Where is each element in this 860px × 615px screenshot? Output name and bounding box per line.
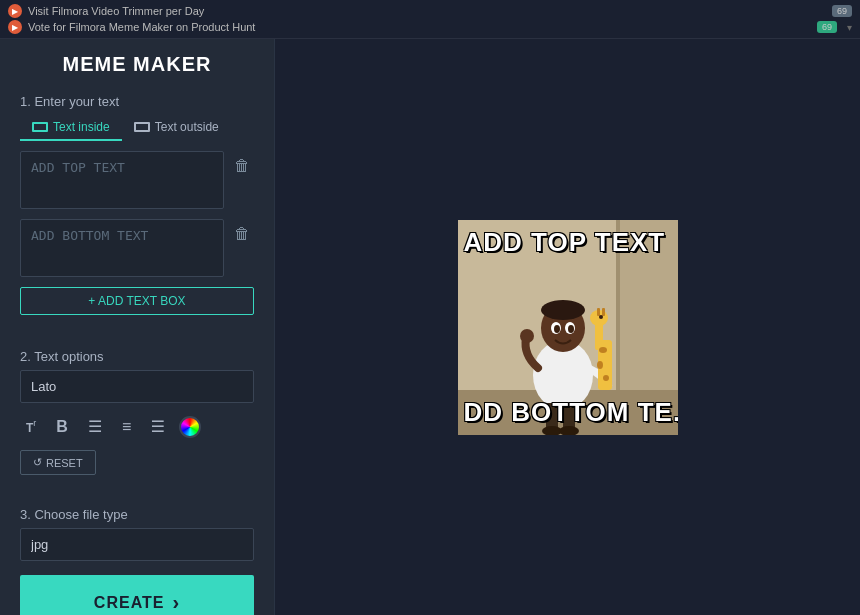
- tabs-row: Text inside Text outside: [0, 115, 274, 141]
- svg-point-9: [554, 325, 560, 333]
- align-left-button[interactable]: ☰: [82, 413, 108, 440]
- delete-top-text-button[interactable]: 🗑: [230, 153, 254, 179]
- svg-rect-19: [602, 308, 605, 316]
- notification-bar: ▶ Visit Filmora Video Trimmer per Day 69…: [0, 0, 860, 39]
- top-text-row: 🗑: [20, 151, 254, 209]
- file-type-section: jpg png gif: [0, 528, 274, 575]
- svg-point-20: [599, 315, 603, 319]
- notif-text-1: Visit Filmora Video Trimmer per Day: [28, 5, 826, 17]
- bottom-text-row: 🗑: [20, 219, 254, 277]
- notif-badge-1: 69: [832, 5, 852, 17]
- text-input-group: 🗑 🗑: [0, 151, 274, 277]
- text-outside-icon: [134, 122, 150, 132]
- meme-top-text: ADD TOP TEXT: [458, 228, 678, 257]
- font-select[interactable]: Lato Arial Impact Comic Sans MS Times Ne…: [20, 370, 254, 403]
- svg-point-15: [599, 347, 607, 353]
- formatting-row: Tr B ☰ ≡ ☰: [20, 413, 254, 440]
- text-options-section: Lato Arial Impact Comic Sans MS Times Ne…: [0, 370, 274, 489]
- meme-bottom-text: DD BOTTOM TE...: [458, 398, 678, 427]
- delete-bottom-text-button[interactable]: 🗑: [230, 221, 254, 247]
- reset-icon: ↺: [33, 456, 42, 469]
- notif-text-2: Vote for Filmora Meme Maker on Product H…: [28, 21, 811, 33]
- step3-label: 3. Choose file type: [0, 499, 274, 528]
- svg-point-10: [568, 325, 574, 333]
- add-textbox-button[interactable]: + ADD TEXT BOX: [20, 287, 254, 315]
- notification-item-2[interactable]: ▶ Vote for Filmora Meme Maker on Product…: [8, 20, 852, 34]
- left-panel: MEME MAKER 1. Enter your text Text insid…: [0, 39, 275, 615]
- svg-point-16: [597, 361, 603, 369]
- bold-button[interactable]: B: [50, 414, 74, 440]
- meme-preview: ADD TOP TEXT DD BOTTOM TE...: [458, 220, 678, 435]
- step2-label: 2. Text options: [0, 341, 274, 370]
- app-title: MEME MAKER: [0, 39, 274, 86]
- file-type-select[interactable]: jpg png gif: [20, 528, 254, 561]
- step1-label: 1. Enter your text: [0, 86, 274, 115]
- color-picker[interactable]: [179, 416, 201, 438]
- font-size-button[interactable]: Tr: [20, 414, 42, 439]
- svg-point-6: [541, 300, 585, 320]
- reset-button[interactable]: ↺ RESET: [20, 450, 96, 475]
- tab-text-outside[interactable]: Text outside: [122, 115, 231, 141]
- right-panel: ADD TOP TEXT DD BOTTOM TE...: [275, 39, 860, 615]
- svg-point-11: [520, 329, 534, 343]
- top-text-input[interactable]: [20, 151, 224, 209]
- chevron-right-icon: ›: [172, 591, 180, 614]
- text-inside-icon: [32, 122, 48, 132]
- main-layout: MEME MAKER 1. Enter your text Text insid…: [0, 39, 860, 615]
- notification-item-1[interactable]: ▶ Visit Filmora Video Trimmer per Day 69: [8, 4, 852, 18]
- notif-icon-2: ▶: [8, 20, 22, 34]
- align-right-button[interactable]: ☰: [145, 413, 171, 440]
- tab-text-inside[interactable]: Text inside: [20, 115, 122, 141]
- notif-badge-2: 69: [817, 21, 837, 33]
- bottom-text-input[interactable]: [20, 219, 224, 277]
- create-button[interactable]: CREATE ›: [20, 575, 254, 615]
- svg-rect-18: [597, 308, 600, 316]
- chevron-down-icon: ▾: [847, 22, 852, 33]
- notif-icon-1: ▶: [8, 4, 22, 18]
- align-center-button[interactable]: ≡: [116, 414, 137, 440]
- svg-point-17: [603, 375, 609, 381]
